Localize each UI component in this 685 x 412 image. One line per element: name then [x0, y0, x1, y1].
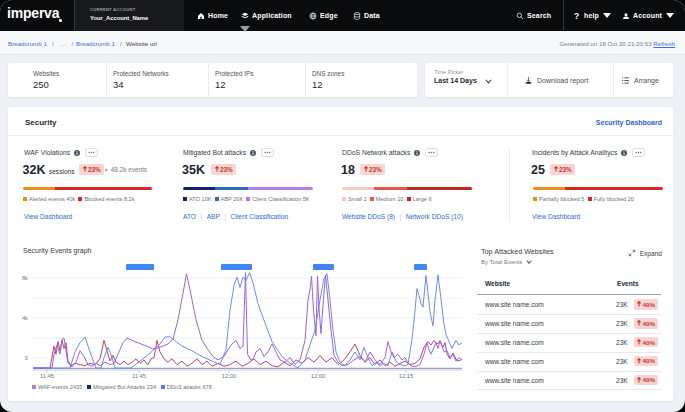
svg-text:0: 0 [25, 355, 28, 361]
svg-text:12:00: 12:00 [222, 373, 237, 379]
svg-text:12:00: 12:00 [311, 373, 326, 379]
svg-text:12:15: 12:15 [399, 373, 414, 379]
svg-text:4k: 4k [22, 315, 28, 321]
svg-text:8k: 8k [22, 275, 28, 281]
svg-text:11:45: 11:45 [132, 373, 146, 379]
svg-text:11:45: 11:45 [40, 373, 54, 379]
